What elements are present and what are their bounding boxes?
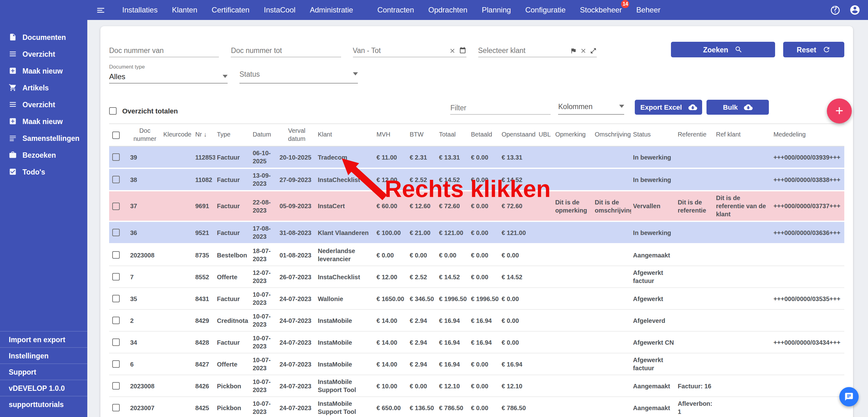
overzicht-totalen-option[interactable]: Overzicht totalen <box>109 107 178 115</box>
menu-toggle-icon[interactable] <box>95 4 106 15</box>
sidebar-item-todos[interactable]: Todo's <box>0 163 87 180</box>
row-checkbox[interactable] <box>112 339 120 346</box>
row-checkbox[interactable] <box>112 202 120 210</box>
close-icon[interactable] <box>448 47 456 54</box>
nav-item-planning[interactable]: Planning <box>482 6 511 14</box>
nav-item-klanten[interactable]: Klanten <box>172 6 197 14</box>
table-row[interactable]: 6 8427 Offerte 10-07-2023 24-07-2023 Ins… <box>109 353 844 375</box>
sidebar-item-overzicht-documenten[interactable]: Overzicht <box>0 45 87 62</box>
table-row[interactable]: 2023008 8426 Pickbon 10-07-2023 24-07-20… <box>109 375 844 397</box>
header-totaal[interactable]: Totaal <box>437 124 469 146</box>
nav-item-certificaten[interactable]: Certificaten <box>212 6 249 14</box>
row-checkbox[interactable] <box>112 317 120 324</box>
nav-item-contracten[interactable]: Contracten <box>377 6 414 14</box>
cell-betaald: € 16.94 <box>469 331 499 353</box>
sidebar-item-import-en-export[interactable]: Import en export <box>0 331 87 347</box>
header-ubl[interactable]: UBL <box>536 124 553 146</box>
row-checkbox[interactable] <box>112 404 120 411</box>
sidebar-item-samenstellingen[interactable]: Samenstellingen <box>0 130 87 147</box>
sidebar-item-overzicht-artikels[interactable]: Overzicht <box>0 96 87 113</box>
flag-icon[interactable] <box>569 47 577 54</box>
doc-nummer-van-input[interactable] <box>109 47 219 54</box>
doc-nummer-tot-input[interactable] <box>231 47 341 54</box>
overzicht-totalen-checkbox[interactable] <box>109 107 117 115</box>
sidebar-item-support[interactable]: Support <box>0 363 87 380</box>
sidebar-item-artikels[interactable]: Artikels <box>0 79 87 96</box>
header-omschrijving[interactable]: Omschrijving <box>593 124 631 146</box>
date-range-field[interactable] <box>352 40 466 57</box>
header-type[interactable]: Type <box>215 124 251 146</box>
header-mvh[interactable]: MVH <box>375 124 408 146</box>
selecteer-klant-field[interactable] <box>478 40 596 57</box>
chat-widget-button[interactable] <box>839 387 859 407</box>
nav-item-beheer[interactable]: Beheer <box>637 6 660 14</box>
sidebar-item-instellingen[interactable]: Instellingen <box>0 347 87 363</box>
bulk-button[interactable]: Bulk <box>707 100 769 115</box>
row-checkbox[interactable] <box>112 251 120 259</box>
calendar-icon[interactable] <box>459 47 466 54</box>
select-all-checkbox[interactable] <box>112 131 120 139</box>
nav-item-opdrachten[interactable]: Opdrachten <box>428 6 467 14</box>
nav-item-configuratie[interactable]: Configuratie <box>525 6 565 14</box>
header-mededeling[interactable]: Mededeling <box>772 124 844 146</box>
sidebar-item-supporttutorials[interactable]: supporttutorials <box>0 396 87 412</box>
row-checkbox[interactable] <box>112 360 120 368</box>
sidebar-item-maak-nieuw-document[interactable]: Maak nieuw <box>0 62 87 79</box>
reset-button[interactable]: Reset <box>783 42 844 57</box>
date-range-input[interactable] <box>352 47 448 54</box>
help-icon[interactable] <box>829 4 841 15</box>
table-row[interactable]: 39 112853 Factuur 06-10-2025 20-10-2025 … <box>109 146 844 168</box>
nav-item-administratie[interactable]: Administratie <box>310 6 353 14</box>
sidebar-item-maak-nieuw-artikel[interactable]: Maak nieuw <box>0 113 87 130</box>
header-btw[interactable]: BTW <box>408 124 437 146</box>
account-icon[interactable] <box>849 4 861 15</box>
table-row[interactable]: 7 8552 Offerte 12-07-2023 26-07-2023 Ins… <box>109 266 844 288</box>
nav-item-installaties[interactable]: Installaties <box>122 6 157 14</box>
nav-item-stockbeheer[interactable]: Stockbeheer 14 <box>580 6 622 14</box>
header-referentie[interactable]: Referentie <box>676 124 714 146</box>
nav-item-instacool[interactable]: InstaCool <box>264 6 295 14</box>
table-row[interactable]: 37 9691 Factuur 22-08-2023 05-09-2023 In… <box>109 191 844 221</box>
header-betaald[interactable]: Betaald <box>469 124 499 146</box>
table-row[interactable]: 2023007 8425 Pickbon 10-07-2023 24-07-20… <box>109 397 844 417</box>
status-select[interactable]: Status <box>240 65 358 84</box>
row-checkbox[interactable] <box>112 295 120 302</box>
sidebar-item-documenten[interactable]: Documenten <box>0 29 87 45</box>
header-doc-nummer[interactable]: Doc nummer <box>128 124 161 146</box>
close-icon[interactable] <box>580 47 586 54</box>
table-row[interactable]: 35 8431 Factuur 10-07-2023 24-07-2023 Wa… <box>109 288 844 310</box>
cell-doc-nummer: 2023007 <box>128 397 161 417</box>
header-ref-klant[interactable]: Ref klant <box>714 124 771 146</box>
filter-field[interactable] <box>451 98 551 115</box>
header-datum[interactable]: Datum <box>251 124 278 146</box>
row-checkbox[interactable] <box>112 176 120 183</box>
row-checkbox[interactable] <box>112 229 120 236</box>
table-row[interactable]: 34 8428 Factuur 10-07-2023 24-07-2023 In… <box>109 331 844 353</box>
filter-input[interactable] <box>451 104 551 111</box>
header-klant[interactable]: Klant <box>316 124 374 146</box>
export-excel-button[interactable]: Export Excel <box>635 100 703 115</box>
header-nr[interactable]: Nr ↓ <box>193 124 215 146</box>
sort-desc-icon[interactable]: ↓ <box>204 131 207 138</box>
zoeken-button[interactable]: Zoeken <box>671 42 775 57</box>
table-row[interactable]: 38 11082 Factuur 13-09-2023 27-09-2023 I… <box>109 168 844 191</box>
sidebar-item-bezoeken[interactable]: Bezoeken <box>0 147 87 163</box>
kolommen-select[interactable]: Kolommen <box>558 98 624 115</box>
row-checkbox[interactable] <box>112 153 120 161</box>
header-status[interactable]: Status <box>631 124 676 146</box>
header-verval-datum[interactable]: Verval datum <box>278 124 316 146</box>
expand-icon[interactable] <box>590 47 596 54</box>
row-checkbox[interactable] <box>112 382 120 390</box>
add-document-fab[interactable]: + <box>827 98 852 123</box>
header-opmerking[interactable]: Opmerking <box>553 124 593 146</box>
row-checkbox[interactable] <box>112 273 120 281</box>
table-row[interactable]: 2 8429 Creditnota 10-07-2023 24-07-2023 … <box>109 310 844 331</box>
table-row[interactable]: 2023008 8735 Bestelbon 18-07-2023 01-08-… <box>109 244 844 266</box>
header-openstaand[interactable]: Openstaand <box>500 124 537 146</box>
document-type-select[interactable]: Document type Alles <box>109 64 227 84</box>
selecteer-klant-input[interactable] <box>478 47 569 54</box>
table-row[interactable]: 36 9521 Factuur 17-08-2023 31-08-2023 Kl… <box>109 221 844 244</box>
header-kleurcode[interactable]: Kleurcode <box>161 124 193 146</box>
doc-nummer-van-field[interactable] <box>109 40 219 57</box>
doc-nummer-tot-field[interactable] <box>231 40 341 57</box>
